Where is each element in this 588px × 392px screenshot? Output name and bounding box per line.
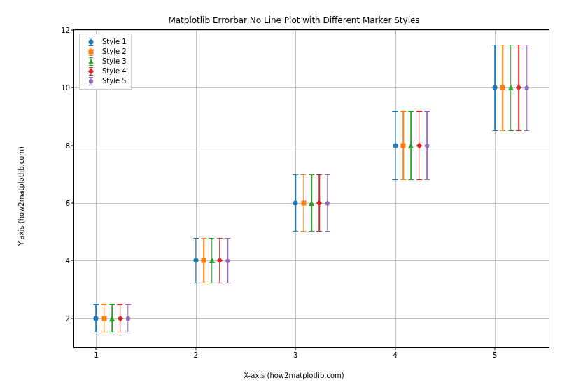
data-marker — [193, 258, 198, 263]
chart-title: Matplotlib Errorbar No Line Plot with Di… — [0, 15, 588, 25]
y-tick-mark — [71, 30, 74, 31]
x-tick-label: 1 — [94, 351, 98, 359]
y-tick-mark — [71, 145, 74, 146]
data-marker — [524, 85, 529, 90]
data-marker — [217, 258, 223, 263]
legend-label: Style 3 — [102, 57, 127, 66]
data-marker — [309, 200, 314, 206]
data-marker — [209, 258, 215, 263]
data-marker — [102, 316, 106, 321]
data-marker — [493, 85, 498, 90]
legend-item: Style 5 — [84, 76, 127, 86]
x-tick-label: 4 — [393, 351, 397, 359]
x-tick-mark — [195, 347, 196, 350]
y-tick-label: 12 — [61, 27, 70, 34]
legend-swatch — [84, 77, 98, 85]
y-tick-mark — [71, 260, 74, 261]
y-tick-label: 4 — [66, 257, 70, 265]
data-marker — [500, 85, 505, 90]
legend-swatch — [84, 38, 98, 46]
data-marker — [516, 85, 522, 90]
legend-label: Style 1 — [102, 37, 127, 47]
legend-label: Style 2 — [102, 47, 127, 57]
grid-line-horizontal — [74, 260, 549, 261]
data-marker — [293, 201, 298, 206]
legend-swatch — [84, 67, 98, 76]
x-axis-label: X-axis (how2matplotlib.com) — [0, 372, 588, 379]
y-tick-label: 8 — [66, 141, 70, 149]
legend: Style 1Style 2Style 3Style 4Style 5 — [79, 34, 132, 90]
grid-line-horizontal — [74, 146, 549, 146]
data-marker — [125, 316, 130, 321]
y-tick-mark — [71, 88, 74, 88]
y-tick-label: 6 — [66, 200, 70, 207]
x-tick-mark — [495, 347, 496, 350]
y-tick-mark — [71, 203, 74, 204]
data-marker — [325, 201, 330, 206]
x-tick-label: 2 — [194, 351, 198, 359]
x-tick-mark — [96, 347, 97, 350]
data-marker — [109, 316, 115, 321]
figure: Matplotlib Errorbar No Line Plot with Di… — [0, 0, 588, 392]
x-tick-mark — [295, 347, 296, 350]
grid-line-horizontal — [74, 88, 549, 88]
legend-swatch — [84, 57, 98, 66]
grid-line-vertical — [396, 30, 396, 347]
data-marker — [117, 316, 122, 321]
legend-label: Style 5 — [102, 76, 127, 86]
legend-swatch — [84, 48, 98, 56]
legend-item: Style 3 — [84, 57, 127, 66]
y-tick-label: 2 — [66, 314, 70, 322]
legend-item: Style 1 — [84, 37, 127, 47]
data-marker — [202, 258, 206, 263]
data-marker — [401, 143, 406, 148]
data-marker — [508, 85, 514, 90]
x-tick-mark — [395, 347, 396, 350]
legend-item: Style 2 — [84, 47, 127, 57]
data-marker — [416, 142, 422, 148]
y-tick-mark — [71, 318, 74, 318]
grid-line-horizontal — [74, 30, 549, 31]
plot-area: 1234524681012 — [74, 29, 550, 348]
grid-line-horizontal — [74, 318, 549, 319]
x-tick-label: 3 — [293, 351, 298, 359]
legend-item: Style 4 — [84, 66, 127, 76]
data-marker — [225, 258, 230, 263]
data-marker — [425, 143, 430, 148]
data-marker — [408, 143, 414, 148]
grid-line-vertical — [196, 30, 197, 347]
y-tick-label: 10 — [61, 84, 70, 92]
data-marker — [316, 200, 322, 206]
data-marker — [94, 316, 99, 321]
x-tick-label: 5 — [493, 351, 497, 359]
legend-label: Style 4 — [102, 66, 127, 76]
data-marker — [301, 201, 306, 206]
y-axis-label: Y-axis (how2matplotlib.com) — [18, 146, 25, 246]
data-marker — [393, 143, 398, 148]
